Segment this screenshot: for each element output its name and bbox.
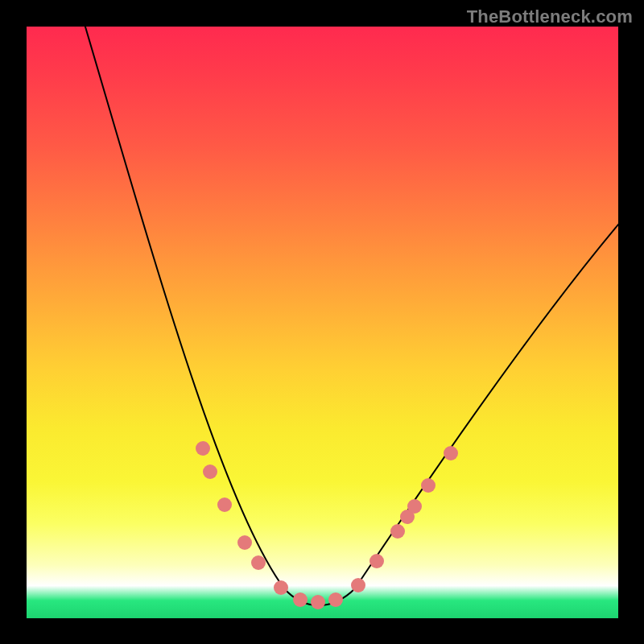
data-point: [351, 578, 365, 592]
bottleneck-curve: [80, 27, 618, 605]
data-point: [390, 524, 405, 539]
data-point: [293, 592, 308, 607]
data-point: [274, 580, 288, 595]
data-point: [369, 554, 384, 568]
data-point: [203, 464, 217, 479]
data-point: [237, 535, 252, 550]
data-point: [421, 478, 436, 493]
data-point: [407, 499, 422, 514]
data-point: [217, 497, 232, 512]
data-point: [444, 446, 458, 460]
chart-svg: [27, 27, 618, 618]
watermark-text: TheBottleneck.com: [467, 6, 633, 27]
data-markers: [196, 441, 458, 609]
data-point: [311, 595, 325, 609]
chart-frame: TheBottleneck.com: [0, 0, 644, 644]
plot-area: [27, 27, 618, 618]
data-point: [251, 555, 266, 570]
data-point: [196, 441, 210, 456]
data-point: [328, 592, 343, 607]
